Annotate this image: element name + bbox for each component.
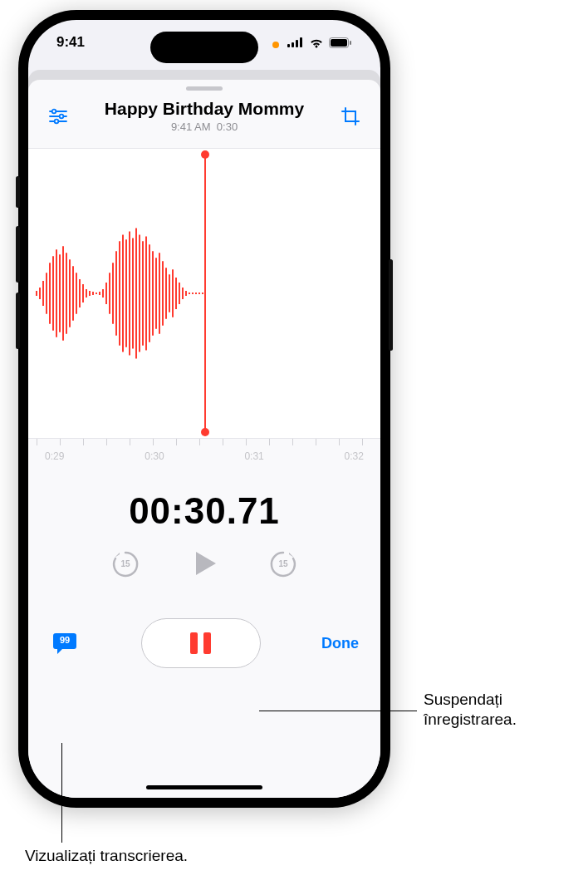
recording-sheet: Happy Birthday Mommy 9:41 AM 0:30 [28,80,380,798]
cellular-icon [287,37,304,47]
callout-transcribe: Vizualizați transcrierea. [25,846,188,866]
settings-icon[interactable] [43,101,73,131]
header-row: Happy Birthday Mommy 9:41 AM 0:30 [28,94,380,133]
svg-point-12 [55,119,59,123]
skip-forward-label: 15 [278,559,287,568]
side-button-mute [16,176,20,208]
callout-pause: Suspendați înregistrarea. [424,690,581,730]
svg-rect-2 [296,40,298,47]
phone-screen: 9:41 Happy Birthday Mommy 9:41 AM 0:30 [28,20,380,798]
ruler-tick: 0:30 [145,450,164,462]
callout-line [259,711,417,711]
skip-back-button[interactable]: 15 [110,548,141,579]
wifi-icon [309,37,324,48]
recording-duration: 0:30 [217,120,238,133]
status-right [287,37,352,48]
ruler-tick: 0:31 [244,450,263,462]
ruler-ticks [37,439,372,445]
sheet-grabber[interactable] [186,86,223,91]
playhead[interactable] [204,154,206,433]
callout-line [61,743,62,843]
side-button-power [389,259,393,351]
svg-point-11 [60,114,64,118]
recording-title[interactable]: Happy Birthday Mommy [73,99,336,119]
elapsed-timer: 00:30.71 [28,490,380,532]
crop-icon[interactable] [336,101,365,131]
speech-bubble-icon: 99 [52,632,77,655]
phone-frame: 9:41 Happy Birthday Mommy 9:41 AM 0:30 [18,10,390,808]
svg-rect-5 [331,39,347,47]
battery-icon [329,37,352,48]
pause-icon [190,632,211,654]
recording-indicator-dot [272,42,279,48]
svg-rect-3 [300,37,302,47]
dynamic-island [150,32,258,63]
pause-record-button[interactable] [141,618,261,668]
done-button[interactable]: Done [321,635,359,652]
time-ruler: 0:29 0:30 0:31 0:32 [28,445,380,462]
skip-forward-button[interactable]: 15 [267,548,299,579]
recording-time: 9:41 AM [171,120,211,133]
svg-point-10 [52,109,56,113]
svg-rect-1 [292,42,294,47]
playback-controls: 15 15 [28,547,380,580]
svg-rect-6 [350,41,351,45]
ruler-tick: 0:29 [45,450,64,462]
bottom-controls: 99 Done [28,618,380,668]
side-button-vol-down [16,293,20,349]
home-indicator[interactable] [146,785,262,789]
skip-back-label: 15 [120,559,130,568]
waveform-area[interactable] [28,148,380,439]
side-button-vol-up [16,226,20,283]
svg-rect-0 [287,44,290,47]
status-time: 9:41 [56,34,85,51]
recording-subtitle: 9:41 AM 0:30 [73,120,336,133]
play-button[interactable] [188,547,221,580]
svg-text:99: 99 [60,635,70,645]
transcribe-button[interactable]: 99 [50,628,80,658]
ruler-tick: 0:32 [345,450,364,462]
